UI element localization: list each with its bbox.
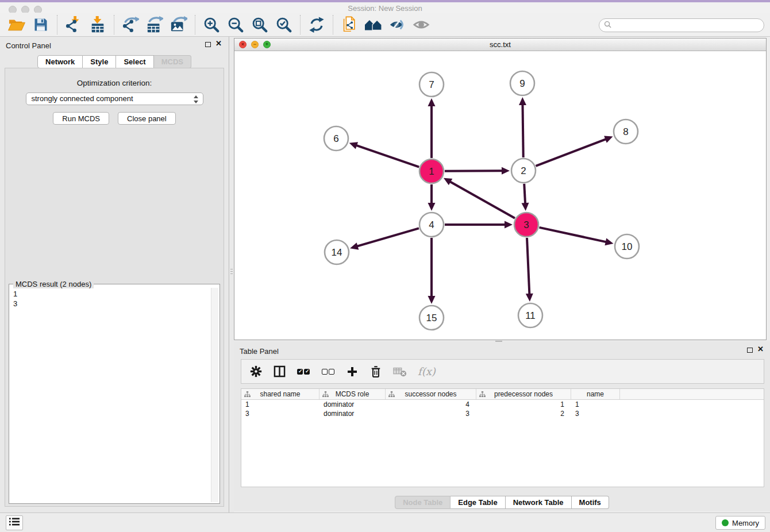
memory-button[interactable]: Memory [715, 516, 765, 530]
graph-edge-2-3[interactable] [521, 184, 529, 211]
table-row[interactable]: 1dominator411 [241, 400, 764, 409]
table-cell: 1 [571, 400, 620, 409]
toolbar-separator [333, 15, 333, 34]
import-network-icon[interactable] [63, 14, 84, 35]
graph-edge-1-6[interactable] [349, 142, 419, 167]
save-session-icon[interactable] [30, 14, 51, 35]
tab-network[interactable]: Network [37, 55, 83, 68]
graph-node-6[interactable]: 6 [324, 126, 348, 151]
tab-motifs[interactable]: Motifs [572, 496, 609, 509]
network-window-titlebar[interactable]: × − + scc.txt [234, 38, 766, 51]
tab-style[interactable]: Style [83, 55, 116, 68]
table-cell: 3 [386, 409, 476, 418]
zoom-selected-icon[interactable] [274, 14, 294, 35]
graph-edge-3-11[interactable] [526, 238, 533, 302]
tab-select[interactable]: Select [116, 55, 153, 68]
tab-edge-table[interactable]: Edge Table [451, 496, 505, 509]
zoom-out-icon[interactable] [225, 14, 246, 35]
select-all-icon[interactable] [297, 364, 310, 379]
function-builder-icon: f(x) [418, 364, 436, 379]
graph-node-3[interactable]: 3 [514, 213, 538, 237]
zoom-fit-icon[interactable] [249, 14, 270, 35]
export-image-icon[interactable] [168, 14, 189, 35]
show-all-icon[interactable] [411, 14, 432, 35]
import-table-icon[interactable] [87, 14, 108, 35]
vertical-splitter[interactable] [230, 37, 234, 512]
float-panel-icon[interactable] [205, 42, 211, 47]
search-icon [604, 20, 611, 30]
splitter-handle[interactable] [495, 341, 502, 342]
graph-node-7[interactable]: 7 [419, 72, 444, 97]
network-window-title: scc.txt [234, 40, 766, 49]
window-title: Session: New Session [0, 4, 770, 13]
table-cell: 2 [476, 409, 571, 418]
refresh-icon[interactable] [306, 14, 327, 35]
graph-edge-4-14[interactable] [350, 228, 419, 249]
close-panel-icon[interactable]: ✕ [757, 345, 764, 353]
criterion-select[interactable]: strongly connected component [26, 92, 203, 105]
delete-table-icon [393, 364, 407, 379]
close-panel-button[interactable]: Close panel [118, 112, 176, 125]
delete-column-icon[interactable] [369, 364, 382, 379]
graph-edge-1-7[interactable] [428, 98, 436, 158]
graph-edge-1-4[interactable] [428, 184, 436, 211]
network-canvas[interactable]: 7968124314101511 [234, 51, 766, 340]
svg-text:9: 9 [519, 78, 525, 89]
graph-node-8[interactable]: 8 [614, 119, 638, 144]
column-header-MCDS-role[interactable]: MCDS role [319, 389, 386, 399]
graph-edge-2-9[interactable] [519, 97, 526, 157]
search-input[interactable] [614, 20, 764, 30]
graph-edge-4-15[interactable] [428, 238, 436, 304]
open-session-icon[interactable] [6, 14, 27, 35]
close-panel-icon[interactable]: ✕ [215, 40, 222, 48]
tab-node-table[interactable]: Node Table [395, 496, 451, 509]
copy-network-icon[interactable] [339, 14, 360, 35]
column-header-shared-name[interactable]: shared name [241, 389, 319, 399]
list-icon [9, 518, 20, 528]
svg-text:7: 7 [429, 79, 434, 90]
table-row[interactable]: 3dominator323 [241, 409, 764, 418]
memory-status-icon [722, 519, 729, 526]
tab-mcds[interactable]: MCDS [154, 55, 191, 68]
mcds-result-title: MCDS result (2 nodes) [13, 280, 94, 288]
column-header-successor-nodes[interactable]: successor nodes [386, 389, 476, 399]
add-column-icon[interactable] [346, 364, 359, 379]
graph-edge-3-10[interactable] [539, 228, 613, 245]
graph-edge-4-3[interactable] [445, 221, 513, 229]
zoom-in-icon[interactable] [201, 14, 222, 35]
result-scrollbar[interactable] [211, 288, 218, 502]
column-header-name[interactable]: name [571, 389, 620, 399]
graph-node-2[interactable]: 2 [511, 159, 536, 183]
mcds-result-text[interactable]: 1 3 [10, 288, 210, 502]
settings-gear-icon[interactable] [249, 364, 262, 379]
split-panel-icon[interactable] [273, 364, 286, 379]
table-cell: 3 [241, 409, 319, 418]
app-titlebar[interactable]: Session: New Session [0, 2, 770, 13]
automation-panel-button[interactable] [6, 515, 23, 530]
splitter-handle[interactable] [230, 269, 233, 274]
graph-node-15[interactable]: 15 [419, 306, 444, 330]
graph-node-10[interactable]: 10 [615, 234, 639, 259]
graph-node-4[interactable]: 4 [419, 213, 444, 237]
table-panel: Table Panel ✕ f(x) shared nameMCDS roles… [234, 342, 770, 511]
run-mcds-button[interactable]: Run MCDS [53, 112, 109, 125]
graph-node-9[interactable]: 9 [510, 71, 534, 95]
graph-edge-3-1[interactable] [444, 178, 515, 218]
hide-selected-icon[interactable] [387, 14, 408, 35]
tab-network-table[interactable]: Network Table [506, 496, 572, 509]
float-panel-icon[interactable] [747, 348, 753, 353]
search-field[interactable] [599, 18, 764, 32]
graph-edge-2-8[interactable] [536, 136, 613, 165]
first-neighbors-icon[interactable] [363, 14, 384, 35]
svg-text:8: 8 [623, 126, 628, 137]
graph-node-1[interactable]: 1 [419, 159, 444, 183]
deselect-all-icon[interactable] [321, 364, 335, 379]
export-table-icon[interactable] [144, 14, 165, 35]
graph-node-14[interactable]: 14 [325, 240, 349, 264]
graph-edge-1-2[interactable] [445, 167, 510, 175]
column-header-predecessor-nodes[interactable]: predecessor nodes [476, 389, 571, 399]
graph-node-11[interactable]: 11 [518, 303, 542, 327]
export-network-icon[interactable] [120, 14, 141, 35]
table-cell: 1 [241, 400, 319, 409]
table-panel-tabs: Node TableEdge TableNetwork TableMotifs [234, 496, 770, 509]
